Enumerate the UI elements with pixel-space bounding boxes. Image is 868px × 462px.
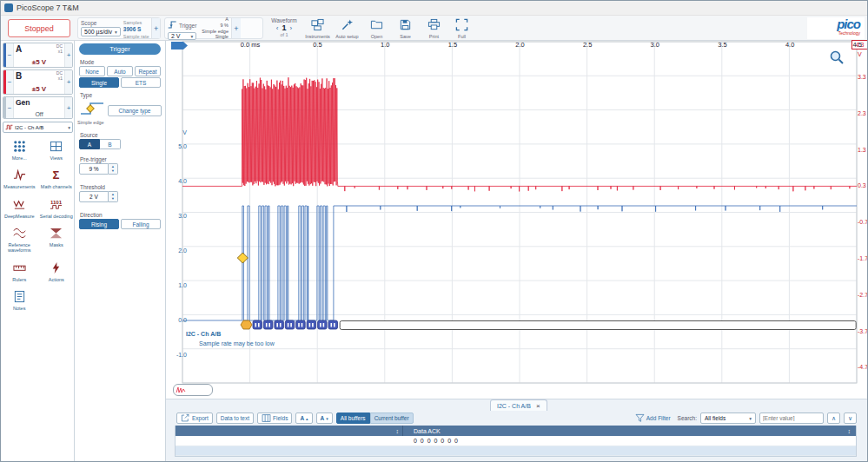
sort-icon[interactable]: ↕ xyxy=(396,428,400,434)
decode-tab[interactable]: I2C - Ch A/B × xyxy=(490,399,547,411)
generator-state: Off xyxy=(14,111,64,117)
sidebar-item-measurements[interactable]: Measurements xyxy=(1,167,38,191)
export-button[interactable]: Export xyxy=(176,412,213,424)
channel-b-block[interactable]: − B DCx1 ±5 V + xyxy=(3,69,73,95)
current-buffer-button[interactable]: Current buffer xyxy=(370,412,414,424)
save-button[interactable]: Save xyxy=(391,18,420,39)
auto-setup-button[interactable]: Auto setup xyxy=(333,18,361,39)
search-prev-button[interactable]: ∧ xyxy=(827,412,840,424)
data-to-text-button[interactable]: Data to text xyxy=(216,412,254,424)
spin-down-icon[interactable]: ▾ xyxy=(109,197,117,202)
decode-packet[interactable] xyxy=(263,320,273,329)
overview-scrollbar[interactable] xyxy=(173,384,213,396)
trigger-mode-repeat[interactable]: Repeat xyxy=(135,66,161,76)
channel-b-options-button[interactable]: + xyxy=(64,70,72,94)
pretrigger-flag[interactable] xyxy=(171,42,188,50)
decoder-select[interactable]: I2C - Ch A/B ▾ xyxy=(3,122,73,133)
search-input[interactable] xyxy=(759,412,824,424)
decode-packet[interactable] xyxy=(296,320,306,329)
trigger-add-button[interactable]: + xyxy=(231,18,241,38)
decode-packet[interactable] xyxy=(307,320,316,329)
channel-b-range[interactable]: ±5 V xyxy=(14,85,64,93)
titlebar: PicoScope 7 T&M xyxy=(1,1,867,16)
zoom-overview-button[interactable] xyxy=(829,50,845,65)
all-buffers-button[interactable]: All buffers xyxy=(336,412,370,424)
table-row[interactable]: 0 0 0 0 0 0 0 xyxy=(176,436,856,446)
trigger-marker[interactable] xyxy=(237,253,248,263)
sidebar-item-views[interactable]: Views xyxy=(38,138,76,162)
fullscreen-button[interactable]: Full xyxy=(447,18,476,39)
decode-packet[interactable] xyxy=(253,320,262,329)
decrease-font-button[interactable]: A ▾ xyxy=(316,412,333,424)
channel-b-collapse-button[interactable]: − xyxy=(6,70,14,94)
sidebar-item-rulers[interactable]: Rulers xyxy=(1,260,38,284)
decode-packet[interactable] xyxy=(285,320,295,329)
generator-block[interactable]: − Gen Off + xyxy=(3,96,73,119)
sidebar-item-deepmeasure[interactable]: DeepMeasure xyxy=(1,196,38,221)
sidebar-item-notes[interactable]: Notes xyxy=(1,288,38,313)
print-button[interactable]: Print xyxy=(420,18,448,39)
scope-graph[interactable]: 4.3 I2C - Ch A/B Sample rate may be too … xyxy=(166,41,868,399)
samples-value: 3906 S xyxy=(123,26,149,32)
threshold-spinner[interactable]: 2 V ▴▾ xyxy=(79,191,118,202)
decode-packet[interactable] xyxy=(318,320,328,329)
sidebar-item-math-channels[interactable]: ΣMath channels xyxy=(38,167,76,191)
trigger-mode-single[interactable]: Single xyxy=(79,77,119,88)
trigger-source-a[interactable]: A xyxy=(79,139,100,149)
sort-icon[interactable]: ↕ xyxy=(848,428,851,434)
sidebar-item-reference-waveforms[interactable]: Reference waveforms xyxy=(1,225,38,255)
trigger-source-b[interactable]: B xyxy=(100,139,121,149)
expand-icon xyxy=(455,18,468,33)
trigger-mode-ets[interactable]: ETS xyxy=(121,77,161,88)
x-axis-tick: 0.0 ms xyxy=(241,41,261,49)
window-title: PicoScope 7 T&M xyxy=(17,3,79,12)
grid-dots-icon xyxy=(13,140,26,155)
stopped-button[interactable]: Stopped xyxy=(8,19,70,37)
table-row[interactable] xyxy=(176,446,856,456)
sidebar-item-actions[interactable]: Actions xyxy=(38,260,76,284)
sidebar-item-masks[interactable]: Masks xyxy=(38,225,76,255)
timebase-select[interactable]: 500 µs/div ▾ xyxy=(81,27,121,36)
decode-packet[interactable] xyxy=(328,320,338,329)
caret-up-icon: ▴ xyxy=(306,416,308,421)
add-filter-button[interactable]: Add Filter xyxy=(632,412,674,424)
serial-wave-icon xyxy=(5,123,13,132)
direction-falling[interactable]: Falling xyxy=(121,219,161,229)
sidebar-item-more[interactable]: More... xyxy=(1,138,38,162)
x-axis-tick: 2.5 xyxy=(583,41,592,49)
column-1-header[interactable]: ↕ xyxy=(176,426,403,436)
decode-start-marker[interactable] xyxy=(241,320,252,329)
caret-down-icon: ▾ xyxy=(115,30,117,35)
simple-edge-icon xyxy=(79,99,105,118)
channel-a-range[interactable]: ±5 V xyxy=(14,58,64,66)
prev-waveform-button[interactable]: ‹ xyxy=(276,24,279,32)
right-axis-tick: -3.7 xyxy=(858,328,868,334)
change-type-button[interactable]: Change type xyxy=(108,105,162,116)
decode-packet[interactable] xyxy=(275,320,284,329)
trigger-level-select[interactable]: 2 V ▾ xyxy=(168,32,196,40)
close-icon[interactable]: × xyxy=(536,402,540,410)
channel-a-options-button[interactable]: + xyxy=(64,43,72,67)
fields-button[interactable]: Fields xyxy=(257,412,292,424)
increase-font-button[interactable]: A ▴ xyxy=(295,412,312,424)
channel-a-collapse-button[interactable]: − xyxy=(6,43,14,67)
channel-a-block[interactable]: − A DCx1 ±5 V + xyxy=(3,43,73,68)
generator-options-button[interactable]: + xyxy=(64,97,72,118)
next-waveform-button[interactable]: › xyxy=(290,24,293,32)
column-data-ack-header[interactable]: Data ACK ↕ xyxy=(403,428,856,434)
right-axis-unit: V xyxy=(858,51,862,57)
search-field-select[interactable]: All fields ▾ xyxy=(700,412,756,424)
spin-down-icon[interactable]: ▾ xyxy=(109,169,117,175)
picoscope-window: PicoScope 7 T&M Stopped Scope 500 µs/div… xyxy=(0,0,868,462)
actions-icon xyxy=(50,261,63,276)
open-button[interactable]: Open xyxy=(362,18,391,39)
sidebar-item-serial-decoding[interactable]: 1101Serial decoding xyxy=(38,196,76,221)
trigger-mode-auto[interactable]: Auto xyxy=(107,66,133,76)
search-next-button[interactable]: ∨ xyxy=(844,412,857,424)
scope-add-button[interactable]: + xyxy=(151,18,160,38)
trigger-mode-none[interactable]: None xyxy=(79,66,105,76)
pretrigger-spinner[interactable]: 9 % ▴▾ xyxy=(79,163,118,175)
direction-rising[interactable]: Rising xyxy=(79,219,119,229)
generator-collapse-button[interactable]: − xyxy=(6,97,14,118)
instruments-button[interactable]: Instruments xyxy=(303,18,332,39)
